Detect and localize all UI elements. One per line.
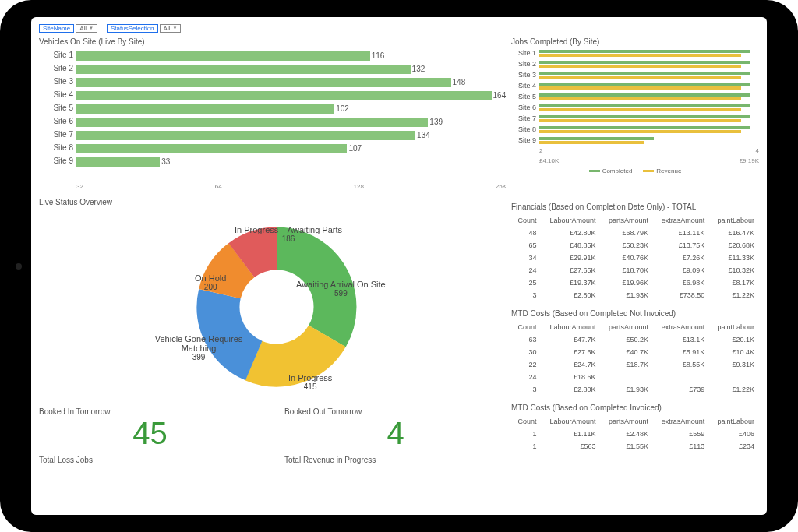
bar[interactable]: 132: [76, 65, 411, 74]
bar-label: Site 8: [511, 125, 539, 133]
bar-row: Site 6: [511, 104, 759, 111]
bar-row: Site 5102: [76, 102, 507, 115]
bar-wrap[interactable]: [539, 93, 759, 100]
cell: £2.48K: [601, 428, 653, 440]
cell: £559: [653, 428, 709, 440]
bar-wrap[interactable]: [539, 137, 759, 144]
filter-label-status: StatusSelection: [107, 24, 158, 33]
cell: £1.93K: [601, 383, 653, 396]
table-row: 65£48.85K£50.23K£13.75K£20.68K: [511, 239, 759, 252]
bar[interactable]: 107: [76, 144, 347, 153]
lower-left-column: Live Status Overview Awaiting Arrival On…: [39, 198, 507, 510]
bar-row: Site 4164: [76, 89, 507, 102]
vehicles-on-site-chart: Site 1116Site 2132Site 3148Site 4164Site…: [39, 49, 507, 181]
table-financials-total: CountLabourAmountpartsAmountextrasAmount…: [511, 214, 759, 301]
bar-wrap[interactable]: [539, 115, 759, 122]
bar-wrap[interactable]: [539, 50, 759, 57]
bar[interactable]: 33: [76, 157, 160, 167]
table-mtd-invoiced: CountLabourAmountpartsAmountextrasAmount…: [511, 415, 759, 453]
bar-label: Site 2: [39, 64, 73, 72]
cell: £1.55K: [601, 440, 653, 453]
cell: £563: [542, 440, 601, 453]
filter-sitename-select[interactable]: All ▼: [76, 24, 97, 33]
bar-label: Site 7: [511, 115, 539, 122]
col-header: partsAmount: [601, 321, 653, 333]
bar[interactable]: 164: [76, 91, 492, 100]
segment-label: In Progress: [288, 373, 332, 382]
cell: 1: [511, 428, 542, 440]
dashboard-screen: SiteName All ▼ StatusSelection All ▼ Veh…: [31, 17, 767, 515]
cell: 65: [511, 239, 542, 252]
cell: £1.11K: [542, 428, 601, 440]
cell: 3: [511, 289, 542, 301]
cell: £406: [709, 428, 759, 440]
bar-wrap[interactable]: [539, 61, 759, 68]
axis-tick: 64: [215, 183, 222, 190]
axis-tick: 4: [756, 147, 759, 154]
bar-row: Site 4: [511, 82, 759, 90]
filter-bar: SiteName All ▼ StatusSelection All ▼: [39, 22, 759, 34]
bar-label: Site 1: [511, 49, 539, 57]
bar-wrap[interactable]: [539, 126, 759, 133]
segment-label: Vehicle Gone Requires Matching: [155, 334, 243, 353]
cell: £16.47K: [709, 227, 759, 239]
cell: [653, 371, 709, 383]
bar-label: Site 6: [39, 117, 73, 125]
bar-row: Site 9: [511, 136, 759, 144]
bar[interactable]: 102: [76, 104, 334, 114]
cell: £10.32K: [709, 264, 759, 277]
col-header: paintLabour: [709, 321, 759, 333]
bar-wrap[interactable]: [539, 83, 759, 90]
cell: 1: [511, 440, 542, 453]
bar-wrap[interactable]: [539, 104, 759, 111]
cell: 3: [511, 383, 542, 396]
table-row: 24£27.65K£18.70K£9.09K£10.32K: [511, 264, 759, 277]
bar-label: Site 9: [39, 157, 73, 165]
bar[interactable]: 148: [76, 78, 451, 87]
col-header: LabourAmount: [542, 321, 601, 333]
cell: £18.70K: [601, 264, 653, 277]
axis-tick: £4.10K: [539, 157, 559, 164]
cell: £10.4K: [709, 346, 759, 358]
kpi-title: Booked In Tomorrow: [39, 407, 261, 416]
bar-label: Site 4: [511, 82, 539, 90]
svg-point-4: [195, 225, 358, 389]
cell: 24: [511, 264, 542, 277]
kpi-cards: Booked In Tomorrow 45 Booked Out Tomorro…: [39, 407, 507, 451]
legend: Completed Revenue: [511, 167, 759, 174]
col-header: LabourAmount: [542, 214, 601, 227]
kpi-booked-in: Booked In Tomorrow 45: [39, 407, 261, 451]
segment-label: On Hold: [195, 273, 226, 283]
bar-label: Site 4: [39, 90, 73, 99]
bar-row: Site 6139: [76, 115, 507, 129]
bar[interactable]: 116: [76, 51, 370, 61]
bar[interactable]: 139: [76, 118, 428, 127]
cell: £738.50: [653, 289, 709, 301]
cell: 30: [511, 346, 542, 358]
panel-jobs-completed: Jobs Completed (By Site) Site 1Site 2Sit…: [511, 37, 759, 193]
bar-label: Site 2: [511, 60, 539, 68]
cell: £1.93K: [601, 289, 653, 301]
cell: 22: [511, 358, 542, 371]
bar-wrap[interactable]: [539, 72, 759, 79]
table-row: 24£18.6K: [511, 371, 759, 383]
cell: 24: [511, 371, 542, 383]
bar[interactable]: 134: [76, 131, 415, 140]
cell: £13.75K: [653, 239, 709, 252]
axis-tick: 25K: [496, 183, 507, 190]
x-axis: 32 64 128 25K: [76, 183, 507, 190]
cell: £50.2K: [601, 333, 653, 346]
kpi-value: 45: [39, 416, 261, 451]
bar-row: Site 3148: [76, 76, 507, 89]
x-axis: 2 4: [539, 147, 759, 154]
panel-title: Total Revenue in Progress: [284, 456, 507, 464]
x-axis-2: £4.10K £9.19K: [539, 157, 759, 164]
bar-row: Site 3: [511, 71, 759, 79]
table-row: 34£29.91K£40.76K£7.26K£11.33K: [511, 252, 759, 264]
cell: £24.7K: [542, 358, 601, 371]
cell: £68.79K: [601, 227, 653, 239]
filter-status-select[interactable]: All ▼: [160, 24, 182, 33]
table-row: 1£1.11K£2.48K£559£406: [511, 428, 759, 440]
chevron-down-icon: ▼: [89, 26, 94, 30]
bar-row: Site 2: [511, 60, 759, 68]
